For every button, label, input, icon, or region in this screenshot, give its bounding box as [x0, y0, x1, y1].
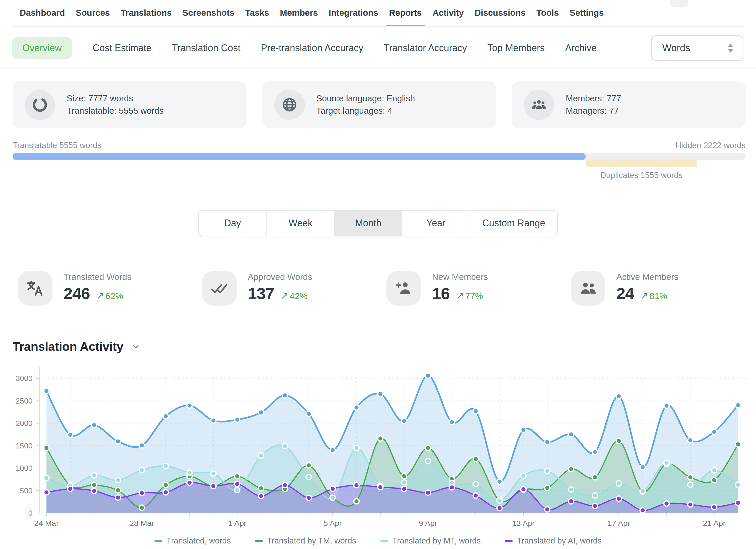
stat-body: Translated Words246↗62% [64, 271, 132, 303]
svg-text:17 Apr: 17 Apr [607, 519, 630, 527]
stat-delta: ↗81% [640, 290, 667, 301]
subnav-item-archive[interactable]: Archive [565, 43, 597, 54]
stat-card-new-members: New Members16↗77% [386, 271, 571, 306]
stat-card-active-members: Active Members24↗81% [571, 271, 755, 306]
nav-item-settings[interactable]: Settings [570, 8, 604, 26]
stat-label: New Members [432, 272, 488, 282]
stat-body: New Members16↗77% [432, 271, 488, 303]
stat-value: 246 [64, 284, 90, 303]
nav-item-sources[interactable]: Sources [76, 8, 110, 26]
globe-icon [274, 90, 305, 120]
hidden-label: Hidden 2222 words [675, 141, 745, 150]
svg-text:1500: 1500 [15, 442, 33, 450]
stat-value: 137 [248, 284, 274, 303]
nav-item-screenshots[interactable]: Screenshots [182, 8, 234, 26]
people-icon [571, 271, 605, 306]
svg-text:1 Apr: 1 Apr [228, 519, 246, 527]
range-tab-custom-range[interactable]: Custom Range [470, 211, 557, 236]
nav-item-activity[interactable]: Activity [433, 8, 464, 26]
legend-label: Translated by TM, words [267, 536, 356, 546]
select-arrows-icon [727, 44, 734, 53]
legend-swatch-icon [380, 540, 388, 542]
svg-text:28 Mar: 28 Mar [130, 519, 154, 527]
legend-label: Translated by AI, words [517, 536, 602, 546]
range-tab-month[interactable]: Month [334, 211, 402, 236]
svg-text:9 Apr: 9 Apr [419, 519, 437, 527]
svg-text:0: 0 [28, 509, 33, 517]
range-tab-day[interactable]: Day [199, 211, 266, 236]
reports-subnav: OverviewCost EstimateTranslation CostPre… [12, 29, 743, 67]
stat-card-translated-words: Translated Words246↗62% [18, 271, 202, 306]
duplicates-label: Duplicates 1555 words [600, 171, 683, 180]
summary-cards: Size: 7777 wordsTranslatable: 5555 words… [13, 81, 745, 128]
trend-up-icon: ↗ [280, 290, 288, 301]
summary-card-text: Source language: EnglishTarget languages… [316, 92, 415, 117]
legend-label: Translated, words [166, 536, 231, 546]
nav-item-dashboard[interactable]: Dashboard [20, 8, 65, 26]
svg-text:500: 500 [20, 487, 33, 495]
svg-text:13 Apr: 13 Apr [512, 519, 535, 527]
nav-item-members[interactable]: Members [280, 8, 318, 26]
svg-text:2000: 2000 [15, 419, 33, 427]
svg-text:24 Mar: 24 Mar [34, 519, 59, 527]
translate-icon [18, 271, 53, 306]
trend-up-icon: ↗ [640, 290, 648, 301]
legend-item-2[interactable]: Translated by MT, words [380, 536, 481, 546]
subnav-item-translation-cost[interactable]: Translation Cost [172, 43, 240, 54]
range-tab-week[interactable]: Week [266, 211, 334, 236]
top-nav-items: DashboardSourcesTranslationsScreenshotsT… [20, 8, 604, 26]
unit-select-value: Words [662, 43, 690, 54]
summary-card-1: Source language: EnglishTarget languages… [262, 81, 496, 128]
subnav-item-pre-translation-accuracy[interactable]: Pre-translation Accuracy [261, 43, 363, 54]
stat-delta-value: 81% [649, 291, 667, 301]
stat-card-approved-words: Approved Words137↗42% [202, 271, 386, 306]
subnav-item-top-members[interactable]: Top Members [487, 43, 545, 54]
person-add-icon [386, 271, 421, 306]
nav-item-reports[interactable]: Reports [389, 8, 422, 26]
svg-text:5 Apr: 5 Apr [323, 519, 342, 527]
unit-select[interactable]: Words [651, 35, 743, 61]
subnav-item-overview[interactable]: Overview [12, 37, 72, 59]
trend-up-icon: ↗ [456, 290, 464, 301]
words-progress-bar [13, 153, 745, 160]
partial-toolbar-button[interactable] [670, 0, 688, 7]
svg-text:1000: 1000 [15, 464, 33, 472]
legend-item-1[interactable]: Translated by TM, words [255, 536, 356, 546]
stat-delta-value: 62% [105, 291, 123, 301]
summary-card-0: Size: 7777 wordsTranslatable: 5555 words [13, 81, 246, 128]
summary-card-text: Members: 777Managers: 77 [566, 92, 621, 117]
stat-body: Active Members24↗81% [616, 271, 679, 303]
translatable-label: Translatable 5555 words [13, 141, 101, 150]
duplicates-bar [586, 160, 697, 167]
stat-body: Approved Words137↗42% [248, 271, 312, 303]
range-tab-year[interactable]: Year [402, 211, 470, 236]
double-check-icon [202, 271, 237, 306]
nav-item-tasks[interactable]: Tasks [245, 8, 269, 26]
summary-card-2: Members: 777Managers: 77 [512, 81, 745, 128]
nav-item-discussions[interactable]: Discussions [475, 8, 526, 26]
nav-item-tools[interactable]: Tools [536, 8, 559, 26]
top-navigation: DashboardSourcesTranslationsScreenshotsT… [0, 0, 756, 27]
legend-swatch-icon [505, 540, 513, 542]
date-range-tabs: DayWeekMonthYearCustom Range [198, 210, 558, 236]
nav-item-translations[interactable]: Translations [121, 8, 172, 26]
legend-swatch-icon [154, 540, 162, 542]
stat-value: 24 [616, 284, 634, 303]
stat-delta: ↗42% [280, 290, 307, 301]
chart-legend: Translated, wordsTranslated by TM, words… [0, 536, 756, 546]
legend-item-0[interactable]: Translated, words [154, 536, 231, 546]
summary-card-text: Size: 7777 wordsTranslatable: 5555 words [67, 92, 164, 117]
chevron-down-icon[interactable] [131, 342, 140, 351]
svg-text:21 Apr: 21 Apr [703, 519, 726, 527]
nav-item-integrations[interactable]: Integrations [329, 8, 378, 26]
stat-cards: Translated Words246↗62%Approved Words137… [18, 271, 755, 306]
subnav-divider [0, 67, 756, 67]
nav-divider [13, 26, 743, 27]
legend-item-3[interactable]: Translated by AI, words [505, 536, 602, 546]
subnav-item-translator-accuracy[interactable]: Translator Accuracy [384, 43, 467, 54]
subnav-item-cost-estimate[interactable]: Cost Estimate [93, 43, 151, 54]
stat-label: Approved Words [248, 272, 312, 282]
stat-delta: ↗77% [456, 290, 483, 301]
stat-label: Active Members [616, 272, 679, 282]
progress-ring-icon [25, 90, 55, 120]
